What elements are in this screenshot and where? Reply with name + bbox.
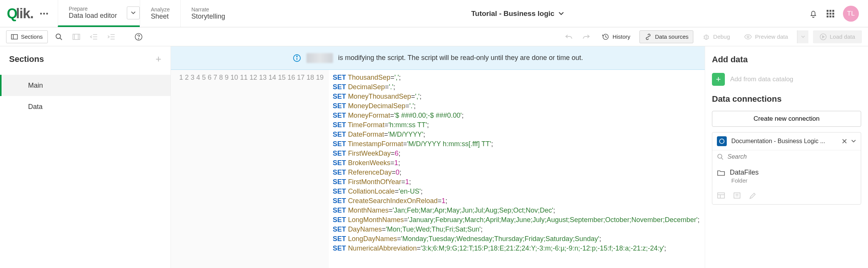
- bell-icon: [809, 9, 818, 18]
- svg-line-15: [60, 38, 62, 40]
- global-menu-button[interactable]: [37, 7, 51, 20]
- insert-script-icon: [733, 192, 741, 199]
- code-editor[interactable]: 1 2 3 4 5 6 7 8 9 10 11 12 13 14 15 16 1…: [171, 70, 705, 268]
- data-connections-title: Data connections: [712, 93, 861, 106]
- connection-card: Documentation - Business Logic ... DataF…: [712, 132, 861, 205]
- chevron-down-icon: [558, 11, 564, 17]
- comment-button: [70, 30, 83, 43]
- body: Sections + MainData is modifying the scr…: [0, 46, 868, 268]
- top-bar: Qlik. Prepare Data load editor Analyze S…: [0, 0, 868, 27]
- play-icon: [820, 33, 827, 40]
- svg-point-38: [720, 139, 724, 143]
- top-right-icons: TL: [800, 0, 868, 27]
- logo-area: Qlik.: [0, 0, 58, 27]
- svg-rect-9: [827, 16, 829, 17]
- bug-icon: [702, 33, 710, 41]
- connection-close-button[interactable]: [842, 139, 847, 144]
- connection-expand-button[interactable]: [851, 139, 856, 144]
- connection-search-row: [712, 150, 861, 163]
- svg-line-29: [704, 36, 704, 36]
- svg-rect-43: [718, 193, 724, 198]
- svg-point-33: [747, 36, 749, 38]
- toolbar: Sections History Data sources Debug Prev…: [0, 27, 868, 46]
- preview-label: Preview data: [755, 33, 788, 40]
- user-avatar[interactable]: TL: [843, 6, 859, 22]
- svg-rect-11: [832, 16, 834, 17]
- svg-point-2: [46, 13, 48, 14]
- svg-line-30: [708, 36, 709, 36]
- connection-type-icon: [717, 136, 727, 146]
- help-icon: [134, 33, 143, 41]
- connection-header[interactable]: Documentation - Business Logic ...: [712, 132, 861, 150]
- banner-text: is modifying the script. The script will…: [338, 54, 583, 62]
- preview-data-button: Preview data: [739, 30, 793, 43]
- qlik-logo[interactable]: Qlik.: [7, 6, 33, 22]
- svg-line-32: [708, 38, 709, 38]
- tab-prepare-main: Data load editor: [69, 12, 117, 20]
- info-icon: [293, 54, 301, 62]
- connection-item-label: DataFiles: [730, 169, 759, 177]
- svg-rect-5: [832, 10, 834, 12]
- tab-narrate[interactable]: Narrate Storytelling: [180, 0, 236, 27]
- svg-rect-8: [832, 13, 834, 14]
- app-title-area[interactable]: Tutorial - Business logic: [236, 0, 800, 27]
- svg-point-14: [56, 34, 60, 38]
- svg-line-31: [704, 38, 704, 38]
- svg-rect-12: [11, 35, 17, 39]
- connection-item-datafiles[interactable]: DataFiles: [712, 163, 861, 177]
- apps-launcher-button[interactable]: [826, 9, 835, 18]
- add-section-button[interactable]: +: [156, 53, 161, 65]
- comment-icon: [73, 34, 80, 40]
- history-label: History: [612, 33, 630, 40]
- tab-prepare-sup: Prepare: [69, 6, 117, 12]
- outdent-button: [87, 30, 100, 43]
- redo-button: [580, 30, 593, 43]
- svg-rect-3: [827, 10, 829, 12]
- connection-search-input[interactable]: [728, 153, 856, 160]
- svg-line-42: [721, 158, 723, 160]
- redo-icon: [582, 33, 590, 40]
- svg-rect-7: [830, 13, 832, 14]
- sections-toggle-button[interactable]: Sections: [6, 30, 48, 43]
- data-sources-label: Data sources: [655, 33, 688, 40]
- svg-rect-16: [73, 34, 80, 39]
- svg-rect-46: [734, 193, 740, 198]
- debug-label: Debug: [713, 33, 730, 40]
- folder-icon: [717, 169, 725, 176]
- tab-analyze[interactable]: Analyze Sheet: [140, 0, 180, 27]
- sections-item-main[interactable]: Main: [0, 75, 170, 96]
- editor-area: is modifying the script. The script will…: [171, 46, 705, 268]
- chevron-down-icon: [851, 139, 856, 144]
- history-icon: [602, 33, 609, 41]
- notifications-button[interactable]: [809, 9, 818, 18]
- chevron-down-icon: [801, 35, 805, 39]
- indent-button: [105, 30, 118, 43]
- edit-connection-icon: [749, 192, 756, 200]
- data-sources-button[interactable]: Data sources: [639, 30, 693, 43]
- create-connection-button[interactable]: Create new connection: [712, 111, 861, 127]
- add-from-catalog-button[interactable]: +: [712, 73, 725, 86]
- undo-icon: [565, 33, 573, 40]
- tab-prepare[interactable]: Prepare Data load editor: [58, 0, 140, 27]
- info-banner: is modifying the script. The script will…: [171, 46, 705, 70]
- history-button[interactable]: History: [597, 30, 635, 43]
- redacted-name: [306, 53, 333, 63]
- connection-item-sub: Folder: [712, 177, 861, 188]
- tab-narrate-sup: Narrate: [191, 6, 225, 13]
- preview-icon: [744, 34, 752, 40]
- preview-dropdown: [797, 30, 808, 43]
- add-data-title: Add data: [712, 53, 861, 66]
- sections-title: Sections: [9, 54, 44, 64]
- outdent-icon: [90, 34, 98, 40]
- sections-item-data[interactable]: Data: [0, 96, 170, 117]
- right-panel: Add data + Add from data catalog Data co…: [705, 46, 868, 268]
- svg-point-41: [718, 154, 722, 158]
- connection-name: Documentation - Business Logic ...: [731, 138, 837, 145]
- tab-prepare-dropdown[interactable]: [127, 6, 140, 19]
- svg-rect-4: [830, 10, 832, 12]
- search-button[interactable]: [52, 30, 65, 43]
- code-content: SET ThousandSep=','; SET DecimalSep='.';…: [329, 70, 703, 268]
- sections-header: Sections +: [0, 46, 170, 68]
- help-button[interactable]: [132, 30, 145, 43]
- debug-button: Debug: [698, 30, 734, 43]
